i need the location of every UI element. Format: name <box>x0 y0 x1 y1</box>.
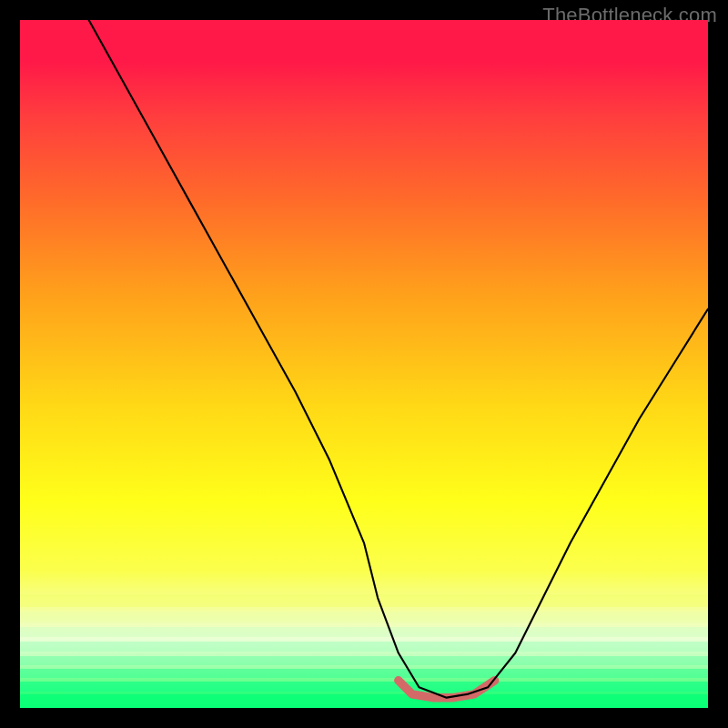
chart-stage: TheBottleneck.com <box>0 0 728 728</box>
main-curve <box>89 20 708 698</box>
plot-area <box>20 20 708 708</box>
curve-svg <box>20 20 708 708</box>
